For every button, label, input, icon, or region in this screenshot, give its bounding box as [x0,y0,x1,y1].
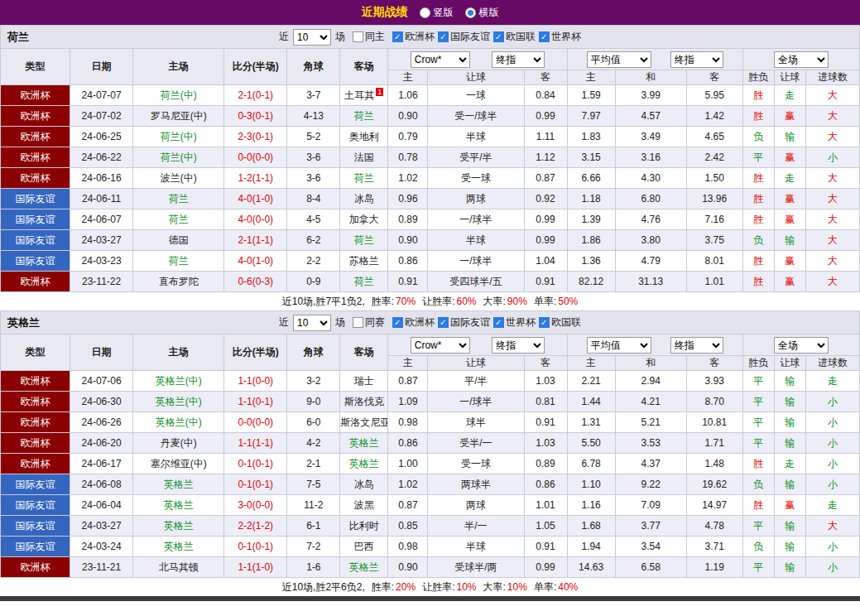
match-row: 欧洲杯23-11-22直布罗陀0-6(0-3)0-9荷兰0.91受四球半/五0.… [1,272,860,292]
recent-count-select[interactable]: 10 [293,29,331,46]
result-goals: 小 [805,433,859,454]
col-header-home: 主场 [133,49,224,85]
euro-odds-away: 1.50 [686,168,742,189]
euro-odds-home: 1.86 [567,230,615,251]
average-stage-select[interactable]: 终指 [670,51,723,68]
corner-count: 7-2 [287,537,340,557]
results-table: 类型 日期 主场 比分(半场) 角球 客场 Crow* 终指 平均值 终指 [0,48,860,292]
company-stage-select[interactable]: 终指 [492,51,545,68]
view-option-vertical[interactable]: 竖版 [420,6,454,20]
euro-odds-away: 13.96 [686,189,742,209]
result-goals: 走 [805,495,859,516]
competition-checkbox[interactable]: 欧国联 [539,315,581,330]
scope-select[interactable]: 全场 [774,337,829,354]
corner-count: 5-2 [287,127,340,147]
col-subheader-ah-away: 客 [524,70,567,85]
result-goals: 小 [805,557,859,578]
odds-company-select[interactable]: Crow* [411,51,470,68]
checkbox-icon [353,317,363,328]
euro-odds-away: 7.16 [686,209,742,230]
average-stage-select[interactable]: 终指 [670,337,723,354]
match-row: 国际友谊24-06-11荷兰4-0(1-0)8-4冰岛0.96两球0.921.1… [1,189,860,209]
handicap-odds-away: 0.99 [524,557,567,578]
match-date: 24-07-02 [70,106,133,127]
result-goals: 大 [805,251,859,272]
competition-checkbox[interactable]: 欧国联 [493,30,536,44]
match-type-cell: 欧洲杯 [1,433,70,454]
competition-label: 欧国联 [551,315,581,330]
match-type-cell: 国际友谊 [1,537,70,557]
result-handicap: 输 [774,412,805,433]
euro-odds-away: 3.93 [686,371,742,392]
euro-odds-draw: 3.77 [615,516,686,537]
summary-stat-value: 10% [507,581,527,593]
match-type-cell: 国际友谊 [1,251,70,272]
handicap-odds-away: 1.11 [524,127,567,147]
euro-odds-away: 3.75 [686,230,742,251]
euro-odds-home: 2.21 [567,371,615,392]
euro-odds-away: 5.95 [686,85,742,106]
handicap-odds-away: 0.99 [524,230,567,251]
competition-label: 欧国联 [506,30,536,44]
competition-checkbox[interactable]: 世界杯 [539,30,581,44]
handicap-odds-home: 0.90 [388,106,428,127]
match-type-cell: 欧洲杯 [1,392,70,412]
home-team: 荷兰(中) [133,85,224,106]
away-team: 荷兰 [340,106,388,127]
competition-checkbox[interactable]: 世界杯 [493,315,536,330]
corner-count: 11-2 [287,495,340,516]
handicap-odds-home: 0.85 [388,516,428,537]
same-filter-checkbox[interactable]: 同赛 [353,315,385,330]
match-date: 23-11-21 [70,557,133,578]
recent-count-select[interactable]: 10 [293,315,331,331]
match-date: 24-06-22 [70,147,133,168]
result-goals: 小 [805,537,859,557]
away-team: 土耳其1 [340,85,388,106]
section-header: 荷兰 近 10 场 同主 欧洲杯国际友谊欧国联世界杯 [0,25,860,48]
result-outcome: 平 [742,516,774,537]
odds-company-select[interactable]: Crow* [411,337,470,354]
average-odds-select[interactable]: 平均值 [587,337,651,354]
euro-odds-home: 1.44 [567,392,615,412]
match-date: 24-03-27 [70,516,133,537]
handicap-odds-group: Crow* 终指 [388,49,567,70]
competition-checkbox[interactable]: 国际友谊 [438,315,490,330]
competition-checkbox[interactable]: 国际友谊 [438,30,490,44]
topbar-center: 近期战绩 竖版 横版 [362,5,499,20]
euro-odds-home: 1.83 [567,127,615,147]
handicap-odds-away: 0.91 [524,537,567,557]
handicap-line: 一/球半 [428,392,524,412]
competition-checkbox[interactable]: 欧洲杯 [392,315,435,330]
result-handicap: 输 [774,557,805,578]
away-team: 苏格兰 [340,251,388,272]
company-stage-select[interactable]: 终指 [492,337,545,354]
euro-odds-draw: 4.76 [615,209,686,230]
view-option-label: 竖版 [434,6,454,20]
section-header: 英格兰 近 10 场 同赛 欧洲杯国际友谊世界杯欧国联 [0,310,860,334]
col-subheader-handicap-result: 让球 [774,356,805,371]
summary-stat-label: 大率: [483,581,506,593]
euro-odds-draw: 31.13 [615,272,686,292]
euro-odds-draw: 3.49 [615,127,686,147]
home-team: 丹麦(中) [133,433,224,454]
competition-checkbox[interactable]: 欧洲杯 [392,30,435,44]
home-team: 英格兰 [133,537,224,557]
euro-odds-away: 4.65 [686,127,742,147]
handicap-odds-home: 0.86 [388,433,428,454]
home-team: 荷兰 [133,209,224,230]
result-outcome: 负 [742,230,774,251]
euro-odds-draw: 3.54 [615,537,686,557]
home-team: 英格兰 [133,474,224,495]
view-option-label: 横版 [479,6,499,20]
result-handicap: 输 [774,371,805,392]
scope-select[interactable]: 全场 [774,51,829,68]
same-filter-checkbox[interactable]: 同主 [353,30,385,44]
euro-odds-draw: 2.94 [615,371,686,392]
col-subheader-ah-home: 主 [388,356,428,371]
view-option-horizontal[interactable]: 横版 [465,6,499,20]
col-subheader-ah-home: 主 [388,70,428,85]
score: 1-1(0-1) [224,392,287,412]
average-odds-select[interactable]: 平均值 [587,51,651,68]
handicap-odds-home: 0.79 [388,127,428,147]
handicap-odds-home: 0.87 [388,495,428,516]
